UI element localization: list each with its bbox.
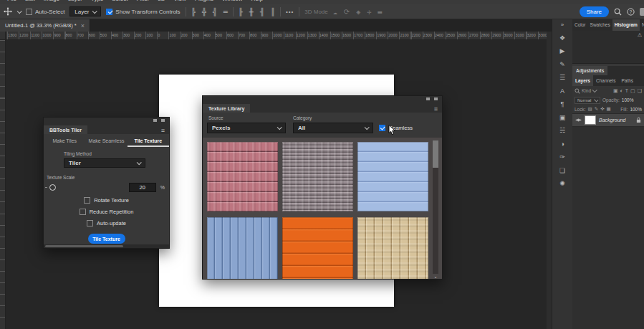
opacity-value[interactable]: 100%: [622, 97, 634, 102]
document-tab[interactable]: Untitled-1 @ 33.3% (RGB/8) * ×: [0, 19, 90, 32]
panel-menu-icon[interactable]: ≡: [434, 106, 438, 113]
seamless-checkbox-box[interactable]: [379, 125, 385, 131]
actions-panel-icon[interactable]: ▶: [560, 47, 565, 54]
blue-vertical-wood-planks-texture[interactable]: [207, 217, 278, 280]
lock-image-pixels-icon[interactable]: ✎: [595, 106, 598, 112]
close-panel-icon[interactable]: [434, 97, 438, 100]
tan-vertical-wood-planks-texture[interactable]: [357, 217, 428, 280]
paragraph-panel-icon[interactable]: ¶: [561, 100, 564, 108]
properties-panel-icon[interactable]: ☰: [559, 74, 565, 81]
horizontal-ruler[interactable]: 1300120011001000900800700600500400300200…: [6, 32, 552, 40]
reduce-repetition-checkbox-box[interactable]: [80, 209, 86, 215]
auto-select-target-dropdown[interactable]: Layer: [69, 6, 101, 16]
filter-pixel-layers-icon[interactable]: ▣: [613, 88, 618, 94]
tab-swatches[interactable]: Swatches: [588, 19, 612, 31]
document-scrollbar[interactable]: [547, 32, 552, 329]
tab-make-tiles[interactable]: Make Tiles: [44, 135, 85, 147]
texture-scale-value-field[interactable]: 20: [129, 183, 156, 192]
texture-grid-scrollbar[interactable]: [433, 140, 438, 274]
libraries-panel-icon[interactable]: ▣: [559, 114, 566, 121]
styles-panel-icon[interactable]: ✑: [559, 153, 565, 161]
brushes-panel-icon[interactable]: ❖: [559, 34, 565, 42]
scrollbar-thumb[interactable]: [433, 140, 438, 168]
info-panel-icon[interactable]: ❏: [559, 167, 565, 174]
align-horizontal-centers-icon[interactable]: ╬: [202, 8, 206, 16]
timeline-panel-icon[interactable]: ✺: [559, 180, 565, 187]
adjustments-panel-icon[interactable]: ☵: [559, 127, 565, 134]
vertical-ruler[interactable]: [0, 40, 6, 329]
lock-transparent-pixels-icon[interactable]: ▨: [588, 106, 592, 112]
category-dropdown[interactable]: All: [293, 123, 373, 133]
distribute-vertical-centers-icon[interactable]: ║: [271, 8, 275, 16]
align-left-edges-icon[interactable]: ╠: [191, 8, 196, 16]
search-icon[interactable]: [614, 8, 622, 16]
auto-select-checkbox-box[interactable]: [26, 9, 32, 15]
pink-weathered-wood-planks-texture[interactable]: [207, 142, 278, 211]
more-align-options-icon[interactable]: •••: [286, 9, 294, 15]
tab-navigator[interactable]: Navigator: [640, 19, 644, 31]
clone-source-panel-icon[interactable]: ◑: [560, 140, 564, 148]
collapse-panel-icon[interactable]: [426, 97, 430, 100]
lock-position-icon[interactable]: ✜: [600, 106, 604, 112]
tab-paths[interactable]: Paths: [618, 75, 636, 86]
distribute-right-edges-icon[interactable]: ╢: [260, 8, 264, 16]
fill-value[interactable]: 100%: [630, 107, 642, 112]
tab-make-seamless[interactable]: Make Seamless: [85, 135, 127, 147]
show-transform-checkbox-box[interactable]: [106, 9, 112, 15]
layer-visibility-eye-icon[interactable]: [575, 118, 582, 123]
brush-settings-panel-icon[interactable]: ✎: [559, 61, 565, 68]
filter-shape-layers-icon[interactable]: ▢: [630, 88, 635, 94]
filter-kind-label[interactable]: Kind: [582, 88, 591, 93]
3d-slide-icon[interactable]: ✢: [367, 8, 371, 16]
rotate-texture-checkbox-box[interactable]: [84, 197, 90, 204]
layer-row-background[interactable]: Background: [572, 113, 644, 127]
3d-pan-icon[interactable]: ◈: [356, 8, 360, 16]
3d-roll-icon[interactable]: ⟳: [344, 8, 350, 16]
tab-adjustments[interactable]: Adjustments: [572, 66, 607, 75]
tab-channels[interactable]: Channels: [593, 75, 618, 86]
bbtools-panel-tab[interactable]: BBTools Tiler: [44, 125, 87, 134]
layer-thumbnail[interactable]: [585, 115, 596, 125]
3d-camera-icon[interactable]: ▬: [378, 8, 382, 16]
gray-weathered-wood-planks-texture[interactable]: [282, 142, 353, 211]
auto-select-checkbox[interactable]: Auto-Select: [26, 9, 64, 15]
lock-all-icon[interactable]: ▦: [607, 106, 611, 112]
distribute-horizontal-centers-icon[interactable]: ╫: [249, 8, 254, 16]
share-button[interactable]: Share: [580, 6, 609, 17]
align-top-edges-icon[interactable]: ═: [224, 8, 228, 16]
character-panel-icon[interactable]: A: [560, 87, 564, 95]
tile-texture-button[interactable]: Tile Texture: [88, 234, 125, 244]
search-icon[interactable]: [575, 88, 580, 94]
source-dropdown[interactable]: Pexels: [207, 123, 286, 133]
texture-scale-slider-knob[interactable]: [49, 184, 56, 191]
blend-mode-dropdown[interactable]: Normal: [575, 97, 600, 104]
tab-color[interactable]: Color: [572, 19, 588, 31]
tab-tile-texture[interactable]: Tile Texture: [128, 135, 169, 147]
histogram-warning-icon[interactable]: ⚠: [638, 32, 642, 38]
reduce-repetition-checkbox[interactable]: Reduce Repetition: [44, 209, 169, 215]
workspace-icon[interactable]: [640, 8, 644, 16]
panel-horizontal-scrollbar[interactable]: [44, 244, 169, 248]
tool-preset-chevron-icon[interactable]: [17, 9, 22, 14]
close-tab-icon[interactable]: ×: [81, 22, 85, 29]
tab-layers[interactable]: Layers: [572, 75, 593, 86]
close-panel-icon[interactable]: [161, 119, 165, 122]
show-transform-controls-checkbox[interactable]: Show Transform Controls: [106, 9, 180, 15]
auto-update-checkbox[interactable]: Auto-update: [44, 220, 169, 227]
light-blue-wood-siding-texture[interactable]: [357, 142, 428, 211]
layer-name[interactable]: Background: [599, 118, 633, 123]
distribute-left-edges-icon[interactable]: ╟: [239, 8, 243, 16]
filter-smart-objects-icon[interactable]: ❑: [638, 88, 642, 94]
texture-library-panel-tab[interactable]: Texture Library: [203, 104, 250, 113]
panel-menu-icon[interactable]: ≡: [161, 128, 165, 134]
auto-update-checkbox-box[interactable]: [87, 220, 93, 227]
expand-panels-icon[interactable]: »: [561, 22, 564, 28]
filter-adjustment-layers-icon[interactable]: ◐: [620, 88, 623, 94]
3d-orbit-icon[interactable]: ☁: [333, 8, 337, 16]
align-right-edges-icon[interactable]: ╣: [213, 8, 217, 16]
rotate-texture-checkbox[interactable]: Rotate Texture: [44, 197, 169, 204]
filter-type-layers-icon[interactable]: T: [625, 88, 628, 94]
collapse-panel-icon[interactable]: [153, 119, 157, 122]
tab-histogram[interactable]: Histogram: [612, 19, 640, 31]
tiling-method-dropdown[interactable]: Tiler: [64, 158, 145, 168]
